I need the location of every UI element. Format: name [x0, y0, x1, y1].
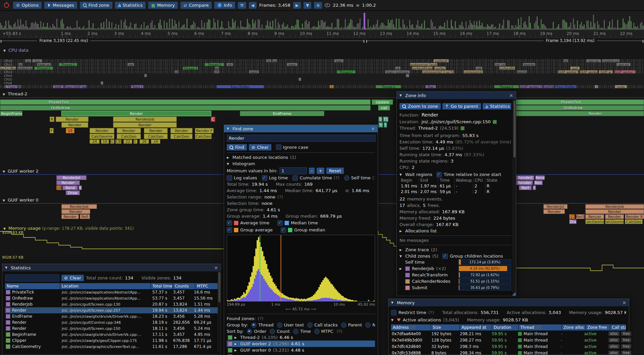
legend-group-average[interactable]: Group average: [227, 227, 273, 233]
cpu-zone[interactable]: [406, 74, 409, 77]
timeline-zone[interactable]: Rerf: [519, 185, 532, 190]
expand-icon[interactable]: ▶: [399, 267, 403, 270]
cpu-zone[interactable]: kwo: [334, 59, 343, 62]
free-callstack-button[interactable]: free: [621, 344, 631, 349]
active-allocations-toggle[interactable]: ▼ ♥ Active allocations (3,043) Memory us…: [391, 317, 626, 323]
timeline-zone[interactable]: S: [378, 117, 382, 122]
group-usertext-radio[interactable]: [277, 322, 282, 328]
cumulate-time-checkbox[interactable]: [292, 175, 298, 181]
zoom-to-zone-button[interactable]: Zoom to zone: [399, 103, 441, 109]
timeline-zone[interactable]: Render: [543, 209, 565, 214]
timeline-zone[interactable]: Tr: [378, 122, 383, 128]
free-callstack-button[interactable]: free: [621, 351, 631, 355]
timeline-zone[interactable]: CalcGeo: [195, 134, 212, 139]
cpu-zone[interactable]: system-se: [602, 59, 620, 62]
statistics-row[interactable]: Clipperjni/../jni/src/claw/gfx/geo/Clipp…: [5, 338, 218, 344]
timeline-zone[interactable]: f: [533, 185, 536, 190]
search-input[interactable]: [227, 135, 376, 142]
timeline-zone[interactable]: Draw: [66, 190, 80, 195]
timeline-zone[interactable]: BeginFrame: [0, 111, 22, 116]
cpu-zone[interactable]: et: [564, 59, 568, 62]
timeline-zone[interactable]: Render: [56, 180, 80, 185]
statistics-row[interactable]: OnRedrawjni/../jni/src/claw/application/…: [5, 295, 218, 301]
timeline-zone[interactable]: C: [133, 139, 138, 144]
timeline-zone[interactable]: Render: [144, 128, 168, 133]
timeline-zone[interactable]: 22: [123, 139, 132, 144]
timeline-zone[interactable]: 18: [56, 185, 62, 190]
find-zone-button[interactable]: Find zone: [80, 2, 112, 9]
cpu-zone[interactable]: GUIF worker 2: [520, 85, 543, 88]
timeline-zone[interactable]: [513, 99, 644, 105]
timeline-zone[interactable]: CalcGeome: [90, 134, 114, 139]
cpu-zone[interactable]: sen-sis: [616, 63, 631, 66]
timeline-zone[interactable]: Render: [61, 111, 211, 116]
cpu-zone[interactable]: GUIFW: [543, 85, 554, 88]
cpu-zone[interactable]: ed: [215, 66, 219, 70]
timeline-zone[interactable]: C: [211, 117, 215, 122]
timeline-zone[interactable]: 24: [151, 139, 160, 144]
tools-button[interactable]: ⚒: [238, 2, 246, 9]
timeline-zone[interactable]: Render: [56, 117, 89, 122]
column-header-total-time[interactable]: Total time: [151, 283, 173, 289]
sort-mtpc-radio[interactable]: [314, 329, 320, 334]
column-header-size[interactable]: Size: [431, 324, 460, 330]
column-header-location[interactable]: Location: [60, 283, 151, 289]
sort-time-radio[interactable]: [293, 329, 299, 334]
cpu-zone[interactable]: ng: [12, 66, 16, 70]
group-none-radio[interactable]: [365, 322, 371, 328]
cpu-zone[interactable]: Thread-2: [376, 85, 401, 88]
cpu-zone[interactable]: sys: [32, 59, 42, 62]
cpu-zone[interactable]: aud: [570, 66, 580, 70]
timeline-zone[interactable]: Rend: [535, 175, 545, 180]
group-children-checkbox[interactable]: [442, 254, 448, 259]
cpu-row[interactable]: [0, 78, 644, 81]
cpu-zone[interactable]: audioserver [audio: [410, 63, 437, 66]
group-thread-radio[interactable]: [251, 322, 257, 328]
cpu-row[interactable]: [0, 74, 644, 77]
column-header-address[interactable]: Address(?): [391, 324, 431, 330]
cpu-zone[interactable]: et: [395, 66, 400, 70]
cpu-zone[interactable]: GUIF worker 1: [614, 70, 636, 74]
alloc-callstack-button[interactable]: alloc: [608, 338, 620, 342]
timeline-zone[interactable]: T: [384, 122, 387, 128]
cpu-zone[interactable]: [299, 78, 301, 81]
cpu-zone[interactable]: Thread-2: [337, 70, 356, 74]
child-zone-row[interactable]: Submit35.63 μs (0.79%): [399, 284, 511, 291]
matched-locations-toggle[interactable]: ▶Matched source locations(1): [227, 154, 375, 160]
log-time-checkbox[interactable]: [262, 175, 267, 181]
cpu-zone[interactable]: Tracy I: [131, 85, 144, 88]
cpu-zone[interactable]: tracy_systrace: [385, 70, 410, 74]
compare-button[interactable]: ⇄Compare: [180, 2, 212, 9]
allocations-list-toggle[interactable]: ▶Allocations list: [399, 228, 511, 234]
cpu-data-section-header[interactable]: ▼CPU data: [3, 48, 29, 53]
cpu-zone[interactable]: Tracy Profiler: [216, 85, 264, 88]
cpu-zone[interactable]: surfacefling: [499, 66, 515, 70]
cpu-zone[interactable]: kwot: [249, 70, 259, 74]
timeline-zone[interactable]: Render: [516, 180, 533, 185]
timeline-zone[interactable]: Render R: [625, 214, 644, 219]
cpu-row[interactable]: [0, 70, 644, 74]
cpu-row[interactable]: [0, 59, 644, 62]
legend-checkbox[interactable]: [277, 220, 283, 226]
scrollbar[interactable]: [513, 99, 516, 296]
group-callstacks-radio[interactable]: [307, 322, 313, 328]
cpu-zone[interactable]: lal: [266, 59, 271, 62]
close-icon[interactable]: ×: [371, 126, 375, 131]
find-zone-titlebar[interactable]: ▼ Find zone ×: [224, 125, 378, 132]
frame-menu-button[interactable]: ▼: [304, 2, 311, 9]
column-header-zone-free[interactable]: Zone free: [586, 324, 610, 330]
timeline-zone[interactable]: [513, 111, 644, 116]
options-button[interactable]: ⚙Options: [13, 2, 42, 9]
cpu-zone[interactable]: surfacef: [433, 59, 449, 62]
child-zone-row[interactable]: ▶RenderJob(×2)4.16 ms (92.60%): [399, 265, 511, 272]
statistics-row[interactable]: CalcGeometryjni/../jni/src/claw/graphics…: [5, 344, 218, 350]
cpu-zone[interactable]: kw: [127, 63, 134, 66]
timeline-zone[interactable]: RenderJol: [56, 175, 87, 180]
cpu-zone[interactable]: si: [18, 63, 22, 66]
timeline-zone[interactable]: CalcGeo: [170, 134, 193, 139]
legend-checkbox[interactable]: [281, 227, 286, 233]
child-zone-row[interactable]: Self time172.14 μs (3.83%): [399, 259, 511, 265]
find-button[interactable]: Find: [227, 144, 247, 150]
timeline-zone[interactable]: EndFrame: [240, 111, 324, 116]
timeline-zone[interactable]: Render F: [195, 128, 214, 133]
